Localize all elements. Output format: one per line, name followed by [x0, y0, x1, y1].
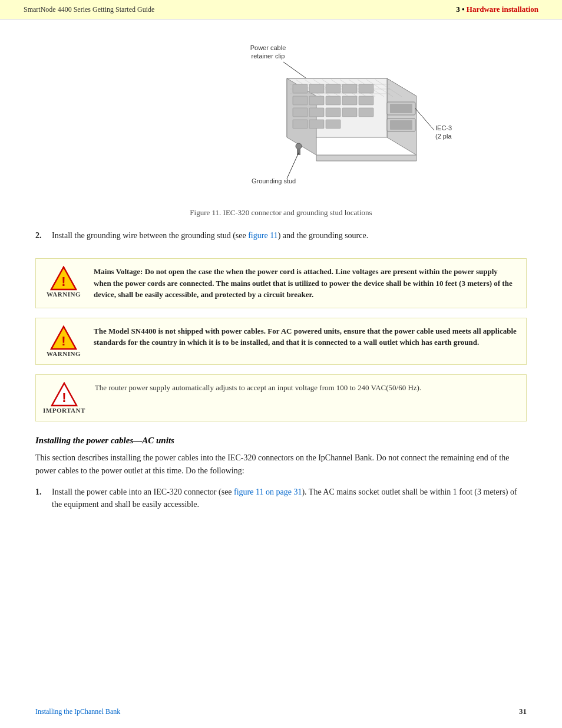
step-1-text: Install the power cable into an IEC-320 …: [52, 486, 527, 510]
svg-line-45: [415, 108, 434, 130]
svg-text:Power cable: Power cable: [250, 44, 286, 51]
svg-rect-36: [293, 120, 308, 129]
svg-text:!: !: [62, 390, 66, 405]
svg-line-48: [287, 153, 299, 179]
svg-marker-7: [316, 155, 416, 161]
warning-triangle-icon-2: !: [50, 325, 77, 350]
chapter-title: Hardware installation: [467, 5, 538, 14]
svg-rect-29: [342, 96, 357, 105]
section-heading: Installing the power cables—AC units: [35, 436, 527, 446]
svg-rect-31: [293, 108, 308, 117]
svg-rect-21: [293, 84, 308, 93]
important-triangle-icon: !: [51, 382, 78, 407]
svg-rect-30: [359, 96, 373, 105]
step-1-text-before: Install the power cable into an IEC-320 …: [52, 487, 234, 496]
step-2-text-after: ) and the grounding source.: [278, 231, 369, 240]
figure-11-link-step2[interactable]: figure 11: [248, 231, 277, 240]
svg-text:IEC-320 connector: IEC-320 connector: [435, 124, 452, 131]
warning-label-1: WARNING: [47, 291, 81, 298]
header-chapter: 3 • Hardware installation: [456, 5, 538, 14]
step-1-number: 1.: [35, 486, 46, 498]
svg-rect-42: [390, 120, 412, 130]
figure-svg: Power cable retainer clip: [169, 37, 452, 208]
chapter-number: 3 •: [456, 5, 467, 14]
svg-text:(2 places): (2 places): [435, 133, 452, 140]
svg-rect-22: [309, 84, 324, 93]
step-2-number: 2.: [35, 229, 46, 242]
device-illustration: Power cable retainer clip: [169, 37, 393, 202]
svg-rect-32: [309, 108, 324, 117]
page-header: SmartNode 4400 Series Getting Started Gu…: [0, 0, 562, 19]
svg-rect-34: [342, 108, 357, 117]
important-box: ! IMPORTANT The router power supply auto…: [35, 374, 527, 421]
svg-rect-38: [326, 120, 340, 129]
warning-icon-area-2: ! WARNING: [43, 325, 84, 357]
figure-11-area: Power cable retainer clip: [35, 37, 527, 218]
svg-rect-26: [293, 96, 308, 105]
important-text: The router power supply automatically ad…: [95, 382, 517, 394]
svg-rect-35: [359, 108, 373, 117]
svg-rect-24: [342, 84, 357, 93]
warning-box-2: ! WARNING The Model SN4400 is not shippe…: [35, 318, 527, 365]
important-label: IMPORTANT: [43, 407, 85, 414]
step-2-text: Install the grounding wire between the g…: [52, 229, 368, 242]
warning-text-1: Mains Voltage: Do not open the case the …: [94, 266, 517, 301]
step-2-text-before: Install the grounding wire between the g…: [52, 231, 248, 240]
warning-icon-area-1: ! WARNING: [43, 266, 84, 298]
svg-rect-28: [326, 96, 340, 105]
svg-rect-27: [309, 96, 324, 105]
svg-rect-33: [326, 108, 340, 117]
warning-triangle-icon-1: !: [50, 266, 77, 291]
header-guide-title: SmartNode 4400 Series Getting Started Gu…: [24, 5, 154, 14]
svg-rect-23: [326, 84, 340, 93]
svg-point-43: [296, 143, 302, 149]
warning-label-2: WARNING: [47, 350, 81, 357]
svg-rect-44: [297, 149, 300, 155]
page-number: 31: [519, 707, 527, 716]
main-content: Power cable retainer clip: [0, 19, 562, 545]
svg-rect-37: [309, 120, 324, 129]
important-icon-area: ! IMPORTANT: [43, 382, 85, 414]
page-footer: Installing the IpChannel Bank 31: [0, 707, 562, 716]
step-2-paragraph: 2. Install the grounding wire between th…: [35, 229, 527, 242]
footer-left-text: Installing the IpChannel Bank: [35, 707, 120, 716]
section-intro: This section describes installing the po…: [35, 452, 527, 478]
svg-text:!: !: [61, 274, 65, 289]
figure-11-link-step1[interactable]: figure 11 on page 31: [234, 487, 302, 496]
warning-box-1: ! WARNING Mains Voltage: Do not open the…: [35, 258, 527, 308]
step-1-paragraph: 1. Install the power cable into an IEC-3…: [35, 486, 527, 510]
svg-rect-25: [359, 84, 373, 93]
warning-text-2: The Model SN4400 is not shipped with pow…: [94, 325, 517, 348]
svg-text:!: !: [61, 334, 65, 348]
svg-text:Grounding stud: Grounding stud: [252, 177, 296, 185]
svg-text:retainer clip: retainer clip: [252, 52, 285, 60]
figure-caption: Figure 11. IEC-320 connector and groundi…: [35, 208, 527, 218]
svg-rect-41: [390, 104, 412, 113]
